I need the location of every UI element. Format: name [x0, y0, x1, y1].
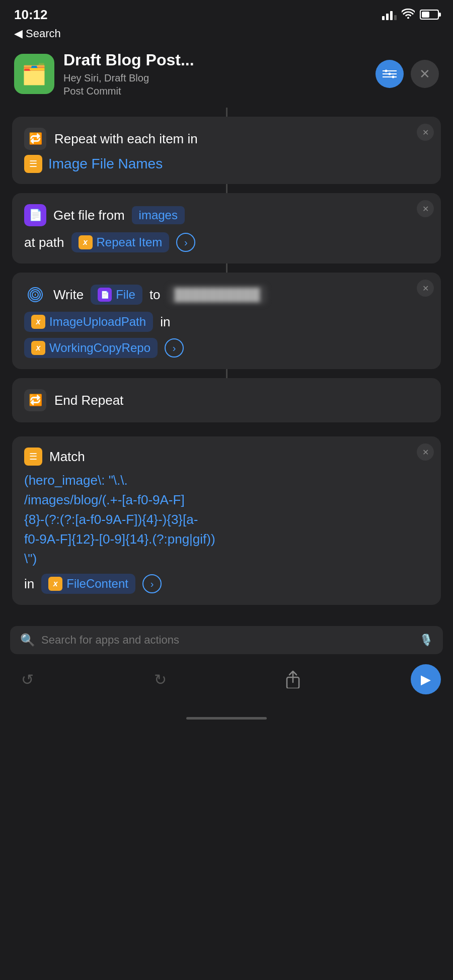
- repeat-item-pill[interactable]: x Repeat Item: [71, 232, 170, 252]
- write-arrow-button[interactable]: ›: [165, 338, 184, 358]
- header-text: Draft Blog Post... Hey Siri, Draft Blog …: [63, 50, 366, 98]
- home-indicator: [0, 709, 453, 727]
- undo-button[interactable]: ↺: [12, 664, 42, 694]
- search-input[interactable]: [41, 634, 413, 647]
- get-file-location[interactable]: images: [132, 206, 185, 224]
- app-icon-symbol: 🗂️: [22, 62, 47, 86]
- write-to-label: to: [149, 287, 161, 303]
- filter-button[interactable]: [375, 60, 404, 88]
- file-pill-icon: 📄: [98, 288, 112, 302]
- undo-icon: ↺: [21, 671, 34, 688]
- search-icon: 🔍: [20, 633, 35, 647]
- share-icon: [285, 670, 301, 688]
- write-destination-blurred[interactable]: ██████████: [168, 285, 267, 305]
- section-gap: [0, 422, 453, 436]
- card-close-button[interactable]: ✕: [417, 124, 434, 141]
- card-close-button-2[interactable]: ✕: [417, 200, 434, 217]
- header-actions: ✕: [375, 60, 439, 88]
- file-icon: 📄: [24, 204, 46, 226]
- status-bar: 10:12: [0, 0, 453, 25]
- back-label[interactable]: Search: [26, 27, 61, 40]
- repeat-icon: 🔁: [24, 128, 46, 150]
- end-repeat-icon: 🔁: [24, 389, 46, 411]
- connector-line-2: [226, 184, 228, 193]
- get-file-card: ✕ 📄 Get file from images at path x Repea…: [12, 193, 441, 263]
- match-pattern: (hero_image\: "\.\. /images/blog/(.+-[a-…: [24, 473, 215, 566]
- connector-line-3: [226, 263, 228, 273]
- back-arrow-icon: ◀: [14, 27, 23, 40]
- file-content-pill[interactable]: x FileContent: [41, 574, 135, 594]
- search-bar[interactable]: 🔍 🎙️: [10, 626, 443, 654]
- end-repeat-label: End Repeat: [54, 393, 123, 408]
- write-file-card: ✕ Write 📄 File to ██████████ x ImageUplo…: [12, 273, 441, 369]
- section-gap-2: [0, 605, 453, 619]
- play-button[interactable]: ▶: [411, 664, 441, 694]
- get-file-path-label: at path: [24, 235, 64, 250]
- fingerprint-icon: [24, 284, 46, 306]
- bottom-toolbar: ↺ ↻ ▶: [0, 659, 453, 709]
- match-arrow-button[interactable]: ›: [142, 574, 162, 593]
- connector-line-4: [226, 369, 228, 378]
- repeat-variable[interactable]: Image File Names: [48, 156, 163, 172]
- card-close-button-4[interactable]: ✕: [417, 443, 434, 461]
- variable-icon: x: [79, 235, 93, 249]
- search-bar-container: 🔍 🎙️: [0, 619, 453, 659]
- working-copy-repo-pill[interactable]: x WorkingCopyRepo: [24, 338, 158, 358]
- working-copy-repo-label: WorkingCopyRepo: [49, 341, 150, 355]
- share-button[interactable]: [278, 664, 308, 694]
- end-repeat-card: 🔁 End Repeat: [12, 378, 441, 422]
- filter-icon: [383, 67, 397, 81]
- close-shortcut-button[interactable]: ✕: [411, 60, 439, 88]
- get-file-prefix: Get file from: [53, 208, 125, 223]
- variable-icon-2: x: [31, 315, 45, 329]
- card-close-button-3[interactable]: ✕: [417, 280, 434, 297]
- image-upload-path-label: ImageUploadPath: [49, 315, 146, 329]
- app-icon: 🗂️: [14, 54, 54, 94]
- repeat-title: Repeat with each item in: [54, 131, 198, 147]
- variable-icon-3: x: [31, 341, 45, 355]
- home-bar: [186, 717, 267, 720]
- repeat-each-card: ✕ 🔁 Repeat with each item in ☰ Image Fil…: [12, 117, 441, 184]
- shortcut-header: 🗂️ Draft Blog Post... Hey Siri, Draft Bl…: [0, 45, 453, 108]
- write-file-pill[interactable]: 📄 File: [91, 285, 142, 305]
- write-prefix: Write: [53, 287, 84, 303]
- match-card: ✕ ☰ Match (hero_image\: "\.\. /images/bl…: [12, 436, 441, 605]
- signal-icon: [382, 9, 397, 20]
- connector-line: [226, 108, 228, 117]
- status-time: 10:12: [14, 7, 48, 23]
- variable-icon-4: x: [48, 577, 62, 591]
- play-icon: ▶: [421, 672, 431, 687]
- status-icons: [382, 9, 439, 21]
- match-prefix: Match: [49, 449, 85, 465]
- write-file-label: File: [116, 288, 135, 302]
- write-in-label: in: [160, 314, 170, 330]
- image-upload-path-pill[interactable]: x ImageUploadPath: [24, 312, 153, 332]
- match-in-label: in: [24, 576, 34, 592]
- get-file-arrow-button[interactable]: ›: [176, 233, 195, 252]
- wifi-icon: [402, 9, 415, 21]
- shortcut-title: Draft Blog Post...: [63, 50, 366, 69]
- redo-button[interactable]: ↻: [145, 664, 175, 694]
- back-navigation[interactable]: ◀ Search: [0, 25, 453, 45]
- list-icon: ☰: [24, 155, 42, 173]
- file-content-label: FileContent: [66, 577, 128, 591]
- match-list-icon: ☰: [24, 448, 42, 466]
- repeat-item-label: Repeat Item: [97, 235, 163, 249]
- microphone-icon[interactable]: 🎙️: [419, 634, 433, 647]
- shortcut-subtitle: Hey Siri, Draft Blog Post Commit: [63, 71, 366, 98]
- redo-icon: ↻: [154, 671, 167, 688]
- battery-icon: [420, 10, 439, 20]
